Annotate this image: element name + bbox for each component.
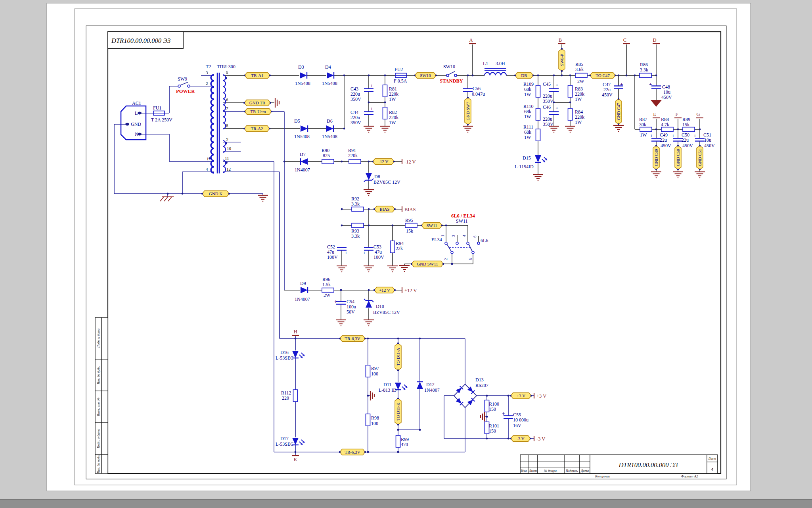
label-R85: R85 (575, 62, 583, 67)
label-D3: D3 (298, 64, 304, 70)
label-3-0H: 3.0H (496, 61, 505, 66)
label--: + (620, 81, 623, 87)
label-100V: 100V (327, 254, 338, 260)
label-6L6: 6L6 (481, 238, 488, 243)
tag-dot (243, 102, 245, 104)
junction-dot (508, 438, 509, 440)
label-R88: R88 (661, 117, 669, 122)
label-150: 150 (489, 406, 496, 412)
tag-label: GND C51 (698, 149, 702, 166)
label-R91: R91 (348, 148, 356, 153)
label-C51: C51 (703, 132, 711, 138)
label-1W: 1W (575, 96, 582, 102)
label-T2: T2 (206, 64, 211, 69)
junction-dot (486, 395, 488, 397)
label-RS207: RS207 (475, 383, 488, 388)
label-D11: D11 (383, 382, 391, 387)
label-GND: GND (131, 121, 141, 127)
label--: + (370, 106, 373, 112)
tag-dot (618, 123, 619, 125)
tag-label: TR-6,3V (345, 450, 360, 454)
net-tag-TOC47: TO C47 (589, 73, 616, 79)
resistor (661, 127, 673, 132)
label-16V: 16V (513, 423, 521, 428)
label-1-5k: 1.5k (322, 282, 331, 287)
label-R100: R100 (489, 401, 499, 407)
tag-dot (339, 338, 341, 339)
tag-label: GND K (209, 191, 223, 196)
label-30k: 30k (639, 122, 646, 127)
junction-dot (569, 75, 571, 77)
junction-dot (537, 75, 539, 77)
junction-dot (397, 451, 399, 453)
label-L: L (135, 110, 138, 116)
label-68k: 68k (524, 129, 531, 135)
resistor (322, 288, 334, 292)
resistor (640, 73, 651, 78)
schematic-sheet: DTR100.00.00.000 Э3 Подп. и дата Инв. № … (0, 0, 812, 508)
tb-col-ndok: № докум. (544, 469, 557, 473)
label-5: 5 (226, 70, 228, 75)
label-EL34: EL34 (431, 237, 442, 242)
net-tag-SW8-P: SW8-P (559, 48, 565, 72)
tag-label: TR-A2 (251, 126, 263, 131)
tag-dot (510, 395, 511, 396)
label-350V: 350V (350, 120, 361, 125)
label-H: H (293, 329, 297, 335)
net-tag-TR-63V: TR-6,3V (339, 449, 366, 455)
net-tag-BIAS: BIAS (373, 206, 396, 212)
label-C: C (623, 37, 626, 43)
junction-dot (343, 128, 345, 130)
label-K: K (293, 457, 297, 462)
label-BZV85C-12V: BZV85C 12V (373, 310, 400, 315)
tag-dot (618, 98, 619, 100)
label--: + (555, 82, 558, 88)
contact (451, 251, 453, 254)
tb-col-izm: Изм. (521, 469, 528, 473)
net-tag-GNDTR: GND TR (243, 100, 271, 106)
label-68k: 68k (524, 87, 531, 92)
label--: + (555, 105, 558, 111)
label-C56: C56 (473, 86, 481, 91)
label-R83: R83 (575, 86, 583, 92)
net-tag--3V: -3 V (510, 436, 531, 442)
tag-label: +12 V (379, 288, 390, 292)
tag-label: SW10 (420, 73, 431, 78)
tag-label: TO C47 (596, 73, 610, 78)
label--12-V: +12 V (404, 288, 417, 293)
net-tag-TOD11-K: TO D11-K (395, 398, 401, 425)
contact (188, 85, 190, 87)
label-D8: D8 (374, 174, 380, 179)
net-tag-GNDC50: GND C50 (675, 145, 681, 170)
resistor (293, 390, 298, 402)
junction-dot (677, 129, 679, 131)
junction-dot (368, 161, 370, 163)
label-R87: R87 (639, 117, 647, 122)
resistor (568, 108, 573, 120)
label-22u: 22u (682, 137, 689, 143)
label-7: 7 (226, 106, 228, 111)
tag-dot (510, 438, 511, 439)
label--3-V: -3 V (536, 436, 545, 442)
label-D4: D4 (325, 64, 331, 70)
net-tag-TR-A2: TR-A2 (243, 126, 270, 132)
junction-dot (368, 208, 370, 210)
label--3-V: +3 V (536, 393, 546, 399)
contact (456, 242, 458, 244)
doc-number-text: DTR100.00.00.000 Э3 (111, 37, 170, 44)
label-L-813-ID: L-813 ID (379, 387, 396, 393)
junction-dot (295, 338, 297, 340)
label-STANDBY: STANDBY (440, 78, 463, 84)
label-3-6k: 3.6k (575, 67, 584, 72)
tag-label: SW11 (426, 223, 437, 228)
label-C48: C48 (662, 84, 670, 90)
label-D16: D16 (280, 350, 289, 355)
tag-label: GND C49 (654, 149, 659, 166)
label-R90: R90 (322, 148, 329, 153)
label-FU2: FU2 (395, 67, 403, 72)
tag-dot (561, 48, 563, 50)
label-1N4007: 1N4007 (295, 296, 310, 302)
label-SW11: SW11 (456, 218, 468, 224)
contact (472, 251, 474, 254)
resistor (383, 85, 387, 97)
